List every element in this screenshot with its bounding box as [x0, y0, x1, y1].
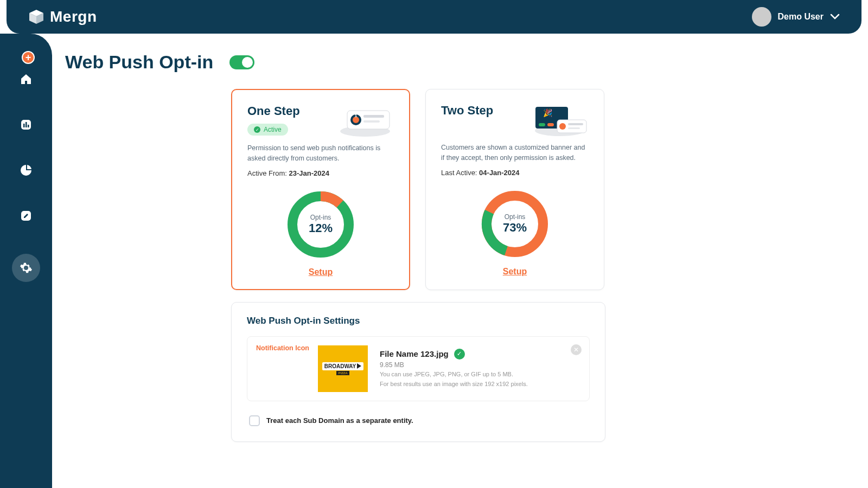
notification-icon-label: Notification Icon: [256, 344, 309, 352]
svg-text:🎉: 🎉: [543, 108, 553, 118]
svg-rect-21: [568, 123, 583, 125]
logo[interactable]: Mergn: [28, 8, 97, 25]
check-icon: ✓: [254, 126, 260, 133]
svg-rect-1: [23, 124, 25, 127]
nav-settings[interactable]: [12, 254, 40, 282]
one-step-illustration-icon: 1: [336, 104, 394, 138]
card-two-title: Two Step: [441, 104, 493, 118]
card-two-desc: Customers are shown a customized banner …: [441, 143, 589, 163]
user-menu[interactable]: Demo User: [752, 7, 840, 27]
cards-row: One Step ✓ Active 1 Permission to send: [231, 89, 852, 290]
card-one-step[interactable]: One Step ✓ Active 1 Permission to send: [231, 89, 410, 290]
two-step-illustration-icon: 🎉: [531, 104, 589, 137]
nav-reports[interactable]: [18, 163, 34, 178]
svg-rect-11: [363, 120, 380, 123]
close-icon[interactable]: ✕: [571, 344, 582, 355]
page-title: Web Push Opt-in: [65, 52, 213, 73]
main-content: Web Push Opt-in One Step ✓ Active: [65, 52, 852, 488]
svg-text:1: 1: [355, 113, 358, 118]
logo-icon: [28, 10, 44, 24]
optin-toggle[interactable]: [229, 55, 254, 69]
file-hint-1: You can use JPEG, JPG, PNG, or GIF up to…: [380, 370, 579, 378]
subdomain-checkbox-label: Treat each Sub Domain as a separate enti…: [266, 416, 413, 425]
chevron-down-icon: [830, 14, 840, 20]
settings-title: Web Push Opt-in Settings: [247, 316, 590, 326]
file-info: File Name 123.jpg ✓ 9.85 MB You can use …: [380, 349, 579, 389]
card-two-step[interactable]: Two Step 🎉 Customers are shown a customi…: [425, 89, 604, 290]
subdomain-checkbox-row: Treat each Sub Domain as a separate enti…: [247, 415, 590, 426]
svg-rect-17: [539, 123, 545, 126]
subdomain-checkbox[interactable]: [249, 415, 260, 426]
active-badge: ✓ Active: [247, 124, 288, 136]
card-one-desc: Permission to send web push notification…: [247, 143, 394, 164]
card-one-title: One Step: [247, 104, 300, 118]
svg-rect-22: [568, 127, 580, 129]
page-header: Web Push Opt-in: [65, 52, 852, 73]
check-icon: ✓: [454, 349, 465, 359]
sidebar: [0, 34, 52, 488]
card-one-date: Active From: 23-Jan-2024: [247, 169, 394, 177]
nav-home[interactable]: [18, 72, 34, 87]
svg-point-20: [559, 123, 566, 130]
notification-icon-box: Notification Icon ✕ BROADWAY PIZZA File …: [247, 336, 590, 401]
file-size: 9.85 MB: [380, 361, 579, 369]
svg-rect-10: [363, 115, 384, 118]
file-name: File Name 123.jpg: [380, 349, 449, 358]
settings-card: Web Push Opt-in Settings Notification Ic…: [231, 302, 605, 442]
file-hint-2: For best results use an image with size …: [380, 380, 579, 388]
svg-rect-3: [28, 125, 29, 127]
nav-edit[interactable]: [18, 208, 34, 223]
user-name: Demo User: [778, 12, 824, 22]
svg-rect-2: [25, 122, 27, 127]
setup-link-one[interactable]: Setup: [247, 267, 394, 277]
donut-two-step: Opt-ins 73%: [480, 189, 550, 259]
avatar: [752, 7, 771, 27]
donut-one-step: Opt-ins 12%: [285, 189, 356, 260]
uploaded-image-preview: BROADWAY PIZZA: [318, 345, 368, 392]
nav-analytics[interactable]: [18, 117, 34, 132]
topbar: Mergn Demo User: [7, 0, 861, 34]
brand-text: Mergn: [50, 8, 97, 25]
add-button[interactable]: +: [22, 51, 35, 64]
setup-link-two[interactable]: Setup: [441, 267, 589, 277]
svg-rect-18: [547, 123, 554, 126]
card-two-date: Last Active: 04-Jan-2024: [441, 169, 589, 177]
